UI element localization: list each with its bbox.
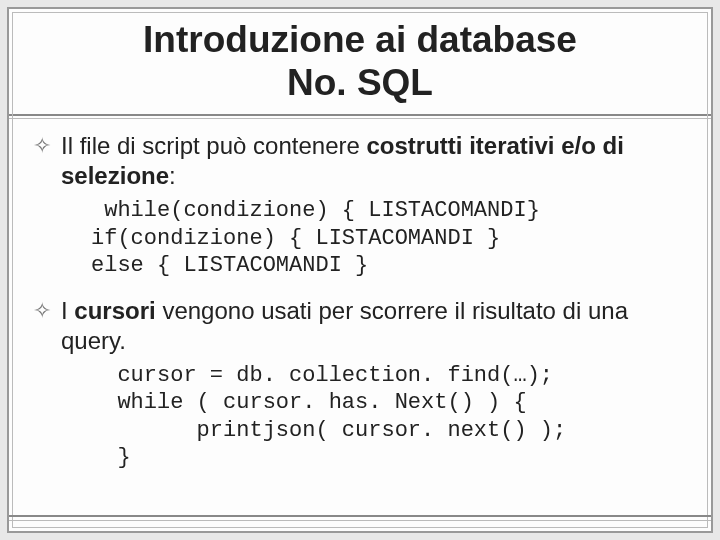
bottom-divider bbox=[9, 515, 711, 517]
inner-border bbox=[12, 12, 708, 528]
slide-frame: Introduzione ai database No. SQL ✧ Il fi… bbox=[7, 7, 713, 533]
bottom-divider-thin bbox=[9, 520, 711, 521]
